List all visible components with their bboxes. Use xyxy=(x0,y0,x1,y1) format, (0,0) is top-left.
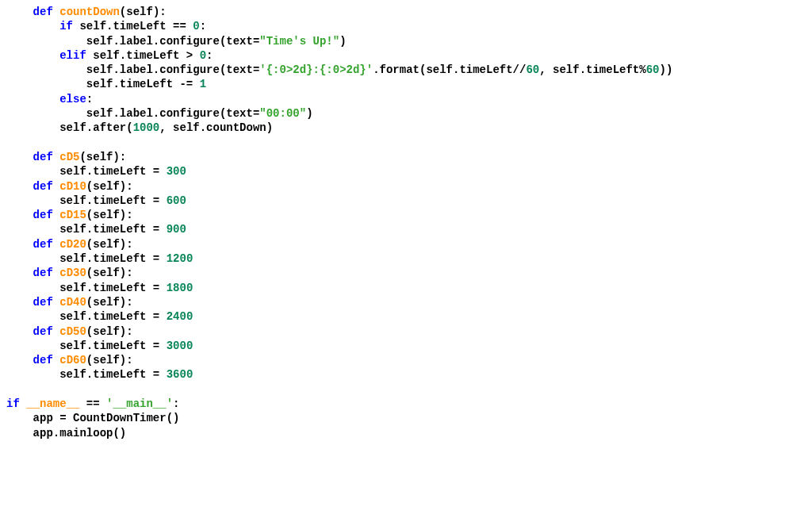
line: self.timeLeft = 3600 xyxy=(6,368,193,381)
line: self.timeLeft = 300 xyxy=(6,165,186,178)
line: self.timeLeft = 600 xyxy=(6,194,186,207)
func-name: cD15 xyxy=(59,209,86,221)
line: self.timeLeft = 900 xyxy=(6,223,186,236)
line: def cD20(self): xyxy=(6,238,133,251)
line: else: xyxy=(6,93,93,106)
line: def cD60(self): xyxy=(6,354,133,367)
line: self.label.configure(text='{:0>2d}:{:0>2… xyxy=(6,63,672,76)
line: self.label.configure(text="Time's Up!") xyxy=(6,35,347,48)
line: def cD50(self): xyxy=(6,325,133,338)
line: def cD15(self): xyxy=(6,209,133,221)
line: app = CountDownTimer() xyxy=(6,412,179,424)
func-name: cD20 xyxy=(59,238,86,251)
blank-line xyxy=(6,383,13,396)
func-name: cD50 xyxy=(59,325,86,338)
line: app.mainloop() xyxy=(6,427,126,439)
line: self.after(1000, self.countDown) xyxy=(6,121,273,134)
func-name: cD5 xyxy=(59,151,79,163)
line: self.timeLeft = 1800 xyxy=(6,282,193,294)
line: self.label.configure(text="00:00") xyxy=(6,107,313,120)
line: elif self.timeLeft > 0: xyxy=(6,49,213,62)
line: def cD10(self): xyxy=(6,180,133,193)
func-name: cD40 xyxy=(59,296,86,309)
line: def cD30(self): xyxy=(6,267,133,279)
blank-line xyxy=(6,136,13,149)
func-name: countDown xyxy=(59,6,120,18)
line: def cD40(self): xyxy=(6,296,133,309)
func-name: cD10 xyxy=(59,180,86,193)
line: def cD5(self): xyxy=(6,151,126,163)
line: self.timeLeft = 2400 xyxy=(6,310,193,323)
line: self.timeLeft = 1200 xyxy=(6,252,193,265)
line: if self.timeLeft == 0: xyxy=(6,20,206,33)
line: self.timeLeft = 3000 xyxy=(6,340,193,352)
func-name: cD60 xyxy=(59,354,86,367)
line: if __name__ == '__main__': xyxy=(6,397,179,410)
code-block: def countDown(self): if self.timeLeft ==… xyxy=(0,0,812,447)
func-name: cD30 xyxy=(59,267,86,279)
line: self.timeLeft -= 1 xyxy=(6,78,206,90)
line: def countDown(self): xyxy=(6,6,167,18)
